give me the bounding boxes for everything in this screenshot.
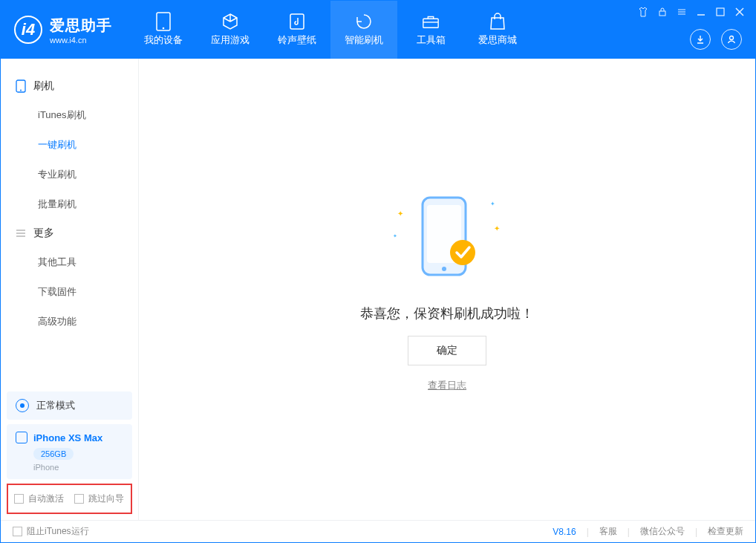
app-subtitle: www.i4.cn: [50, 36, 112, 45]
tab-label: 应用游戏: [211, 33, 250, 47]
tab-label: 我的设备: [144, 33, 183, 47]
sparkle-icon: ✦: [494, 224, 500, 233]
menu-icon[interactable]: [675, 5, 688, 19]
bag-icon: [489, 13, 506, 30]
sidebar-group-more[interactable]: 更多: [1, 219, 138, 247]
sparkle-icon: ✦: [393, 233, 397, 239]
success-message: 恭喜您，保资料刷机成功啦！: [360, 305, 534, 322]
sidebar: 刷机 iTunes刷机 一键刷机 专业刷机 批量刷机 更多 其他工具 下载固件 …: [1, 59, 139, 520]
success-illustration: ✦ ✦ ✦ ✦: [406, 187, 488, 291]
tab-apps-games[interactable]: 应用游戏: [197, 1, 264, 59]
device-card[interactable]: iPhone XS Max 256GB iPhone: [7, 424, 132, 479]
tab-smart-flash[interactable]: 智能刷机: [330, 1, 397, 59]
device-phone-icon: [16, 432, 27, 443]
svg-rect-3: [423, 19, 438, 27]
close-button[interactable]: [733, 5, 746, 19]
checkbox-skip-guide[interactable]: 跳过向导: [74, 492, 124, 505]
checkbox-label: 跳过向导: [88, 492, 124, 505]
download-icon[interactable]: [690, 29, 711, 50]
checkbox-auto-activate[interactable]: 自动激活: [14, 492, 64, 505]
status-bar: 阻止iTunes运行 V8.16 | 客服 | 微信公众号 | 检查更新: [1, 520, 755, 542]
mode-icon: [16, 399, 29, 412]
checkbox-block-itunes[interactable]: 阻止iTunes运行: [13, 525, 89, 538]
device-name: iPhone XS Max: [33, 432, 102, 443]
svg-point-21: [442, 267, 446, 271]
music-file-icon: [288, 13, 306, 30]
user-icon[interactable]: [721, 29, 742, 50]
tab-store[interactable]: 爱思商城: [464, 1, 531, 59]
logo-icon: i4: [14, 16, 42, 44]
ok-button[interactable]: 确定: [408, 336, 486, 365]
tab-ringtones[interactable]: 铃声壁纸: [264, 1, 330, 59]
options-box: 自动激活 跳过向导: [7, 484, 132, 514]
svg-rect-5: [659, 11, 665, 16]
device-icon: [154, 13, 172, 30]
sidebar-item-pro-flash[interactable]: 专业刷机: [1, 160, 138, 189]
checkbox-label: 自动激活: [28, 492, 64, 505]
minimize-button[interactable]: [694, 5, 708, 19]
device-type: iPhone: [33, 463, 123, 472]
tab-label: 铃声壁纸: [278, 33, 316, 47]
checkbox-icon: [13, 527, 22, 536]
tab-label: 爱思商城: [478, 33, 517, 47]
svg-point-1: [163, 27, 165, 30]
version-label: V8.16: [553, 527, 576, 537]
sidebar-group-label: 刷机: [33, 79, 54, 93]
sidebar-item-other-tools[interactable]: 其他工具: [1, 247, 138, 277]
app-header: i4 爱思助手 www.i4.cn 我的设备 应用游戏 铃声壁纸 智能刷机 工具…: [1, 1, 755, 59]
sidebar-item-itunes-flash[interactable]: iTunes刷机: [1, 100, 138, 130]
list-icon: [16, 228, 26, 238]
nav-tabs: 我的设备 应用游戏 铃声壁纸 智能刷机 工具箱 爱思商城: [130, 1, 531, 59]
sidebar-item-batch-flash[interactable]: 批量刷机: [1, 189, 138, 219]
logo-area: i4 爱思助手 www.i4.cn: [1, 1, 124, 59]
mode-label: 正常模式: [36, 399, 75, 412]
sparkle-icon: ✦: [397, 209, 403, 218]
refresh-icon: [355, 13, 373, 30]
separator: |: [628, 527, 630, 537]
device-capacity: 256GB: [33, 448, 74, 460]
cube-icon: [221, 13, 239, 30]
tab-label: 工具箱: [417, 33, 446, 47]
sidebar-group-flash[interactable]: 刷机: [1, 72, 138, 100]
phone-icon: [16, 79, 26, 93]
view-log-link[interactable]: 查看日志: [428, 379, 466, 392]
phone-success-icon: [418, 195, 476, 284]
tab-label: 智能刷机: [345, 33, 383, 47]
maximize-button[interactable]: [714, 5, 727, 19]
checkbox-label: 阻止iTunes运行: [27, 525, 89, 538]
sidebar-item-advanced[interactable]: 高级功能: [1, 307, 138, 336]
svg-rect-2: [290, 14, 304, 29]
mode-card[interactable]: 正常模式: [7, 391, 132, 420]
tab-my-device[interactable]: 我的设备: [130, 1, 197, 59]
update-link[interactable]: 检查更新: [708, 525, 743, 538]
sidebar-item-download-firmware[interactable]: 下载固件: [1, 277, 138, 307]
sparkle-icon: ✦: [490, 201, 495, 207]
app-title: 爱思助手: [50, 16, 112, 36]
svg-point-13: [730, 36, 734, 40]
toolbox-icon: [422, 13, 440, 30]
tab-toolbox[interactable]: 工具箱: [397, 1, 464, 59]
main-content: ✦ ✦ ✦ ✦ 恭喜您，保资料刷机成功啦！ 确定 查看日志: [139, 59, 755, 520]
support-link[interactable]: 客服: [599, 525, 617, 538]
window-controls: [636, 5, 746, 19]
lock-icon[interactable]: [656, 5, 669, 19]
sidebar-item-oneclick-flash[interactable]: 一键刷机: [1, 130, 138, 160]
checkbox-icon: [14, 494, 24, 504]
wechat-link[interactable]: 微信公众号: [640, 525, 685, 538]
header-action-icons: [690, 29, 742, 50]
svg-point-15: [20, 90, 22, 91]
svg-rect-10: [717, 8, 724, 16]
checkbox-icon: [74, 494, 84, 504]
separator: |: [695, 527, 697, 537]
shirt-icon[interactable]: [636, 5, 650, 19]
separator: |: [587, 527, 589, 537]
svg-point-22: [450, 240, 475, 265]
sidebar-group-label: 更多: [33, 227, 54, 240]
